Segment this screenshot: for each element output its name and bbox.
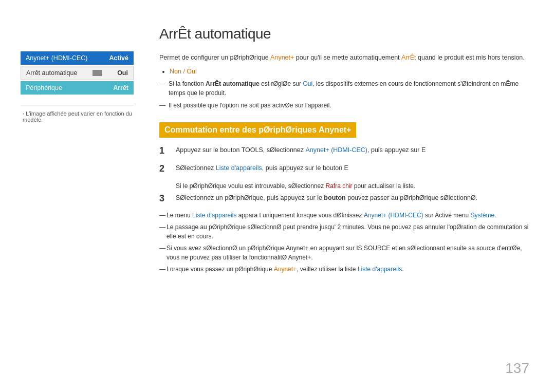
options-list: Non / Oui	[170, 68, 529, 75]
step-1: 1 Appuyez sur le bouton TOOLS, sØlection…	[159, 145, 529, 157]
step-3: 3 SØlectionnez un pØriphØrique, puis app…	[159, 193, 529, 204]
note-option: Il est possible que l'option ne soit pas…	[164, 101, 529, 110]
bottom-note-4: Lorsque vous passez un pØriphØrique Anyn…	[159, 265, 529, 274]
note-oui: Si la fonction ArrÊt automatique est rØg…	[164, 79, 529, 98]
liste-appareils-link-2: Liste d'appareils	[192, 212, 236, 219]
menu-item-arret[interactable]: Arrêt automatique Oui	[21, 66, 134, 80]
menu-value-arret: Oui	[117, 69, 128, 77]
menu-value-peripherique: Arrêt	[113, 84, 128, 91]
sidebar: Anynet+ (HDMI-CEC) Activé Arrêt automati…	[21, 21, 134, 371]
anynet-link-last: Anynet+	[274, 266, 297, 273]
bottom-note-2: Le passage au pØriphØrique sØlectionnØ p…	[159, 222, 529, 241]
anynet-highlight: Anynet+	[270, 54, 294, 61]
section-heading-container: Commutation entre des pØriphØriques Anyn…	[159, 113, 529, 145]
page-number: 137	[505, 360, 529, 377]
bottom-note-1: Le menu Liste d'appareils appara t uniqu…	[159, 211, 529, 220]
liste-appareils-link-3: Liste d'appareils	[358, 266, 402, 273]
oui-link: Oui	[303, 80, 312, 87]
option-non-oui: Non / Oui	[170, 68, 529, 75]
menu-label-arret: Arrêt automatique	[26, 69, 77, 77]
sidebar-note: · L'image affichée peut varier en foncti…	[21, 110, 134, 123]
step-1-content: Appuyez sur le bouton TOOLS, sØlectionne…	[176, 145, 529, 157]
menu-indicator	[92, 70, 102, 76]
step-2-number: 2	[159, 163, 170, 175]
menu-item-peripherique[interactable]: Périphérique Arrêt	[21, 81, 134, 95]
step-3-number: 3	[159, 193, 170, 204]
main-content: ArrÊt automatique Permet de configurer u…	[134, 21, 529, 371]
menu-label-peripherique: Périphérique	[26, 84, 62, 91]
step-3-content: SØlectionnez un pØriphØrique, puis appuy…	[176, 193, 529, 204]
step-2: 2 SØlectionnez Liste d'appareils, puis a…	[159, 163, 529, 175]
liste-appareils-link-1: Liste d'appareils	[216, 164, 262, 172]
arret-highlight: ArrÊt	[401, 54, 416, 61]
step-2-subnote: Si le pØriphØrique voulu est introuvable…	[176, 181, 529, 191]
anynet-cec-link-2: Anynet+ (HDMI-CEC)	[364, 212, 423, 219]
bottom-notes: Le menu Liste d'appareils appara t uniqu…	[159, 211, 529, 274]
step-2-content: SØlectionnez Liste d'appareils, puis app…	[176, 163, 529, 175]
anynet-cec-link-1: Anynet+ (HDMI-CEC)	[305, 146, 367, 154]
rafrachir-link: Rafra chir	[326, 182, 353, 190]
step-1-number: 1	[159, 145, 170, 157]
menu-value-anynet: Activé	[109, 54, 128, 62]
page-title: ArrÊt automatique	[159, 26, 529, 42]
systeme-link: Système	[471, 212, 495, 219]
menu-item-anynet[interactable]: Anynet+ (HDMI-CEC) Activé	[21, 51, 134, 65]
sidebar-divider	[21, 105, 134, 105]
intro-text: Permet de configurer un pØriphØrique Any…	[159, 52, 529, 63]
menu-label-anynet: Anynet+ (HDMI-CEC)	[26, 54, 88, 62]
section-heading: Commutation entre des pØriphØriques Anyn…	[159, 122, 356, 138]
option-text: Non / Oui	[170, 68, 197, 75]
bottom-note-3: Si vous avez sØlectionnØ un pØriphØrique…	[159, 244, 529, 262]
